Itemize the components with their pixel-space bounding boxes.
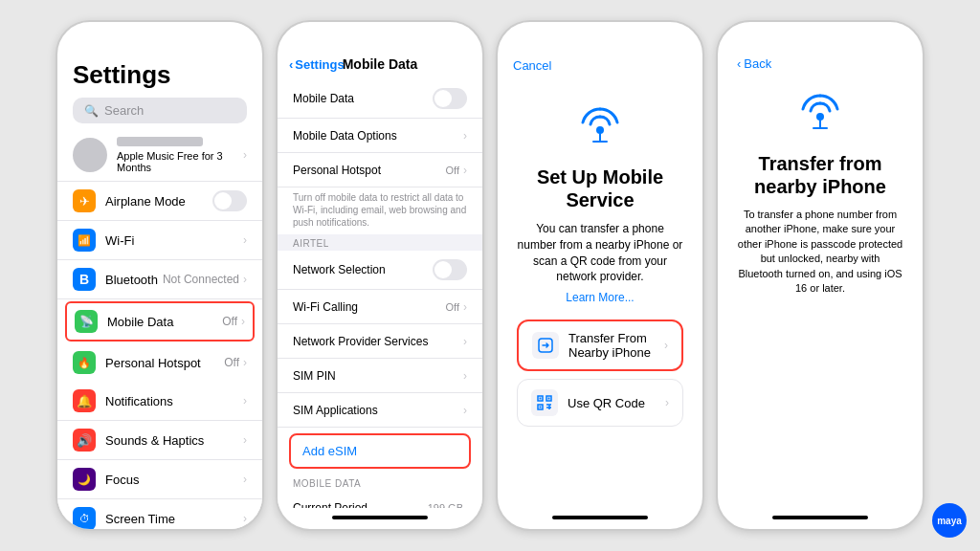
chevron-icon: › [243, 394, 247, 408]
airplane-toggle[interactable] [212, 190, 247, 211]
screentime-icon: ⏱ [73, 507, 96, 529]
account-subtitle: Apple Music Free for 3 Months [117, 150, 243, 173]
mobile-data-list: Mobile Data Mobile Data Options › Person… [278, 79, 482, 508]
hotspot-val: Off [446, 165, 459, 176]
svg-rect-8 [548, 398, 550, 400]
bluetooth-icon: B [73, 268, 96, 291]
section-airtel: AIRTEL [278, 234, 482, 251]
settings-group-1: ✈ Airplane Mode 📶 Wi-Fi › B Bluetooth No… [57, 182, 262, 382]
settings-item-bluetooth[interactable]: B Bluetooth Not Connected › [57, 260, 262, 299]
sounds-icon: 🔊 [73, 429, 96, 452]
wifi-calling-val: Off [446, 301, 459, 313]
chevron-icon: › [243, 148, 247, 162]
label-network-provider: Network Provider Services [293, 335, 463, 348]
label-mobile-options: Mobile Data Options [293, 129, 463, 143]
account-item[interactable]: Apple Music Free for 3 Months › [57, 129, 262, 182]
item-sim-applications[interactable]: SIM Applications › [278, 393, 482, 428]
mobile-data-toggle[interactable] [433, 88, 467, 109]
screen2-title: Mobile Data [343, 56, 418, 72]
mobile-data-highlight: 📡 Mobile Data Off › [65, 301, 255, 342]
settings-header: Settings 🔍 Search [57, 22, 262, 129]
item-label-bluetooth: Bluetooth [105, 273, 163, 287]
setup-mobile-screen: Cancel Set Up Mobile Service You [498, 22, 702, 529]
item-mobile-options[interactable]: Mobile Data Options › [278, 119, 482, 153]
label-personal-hotspot: Personal Hotspot [293, 164, 446, 177]
avatar [73, 138, 107, 172]
mobile-signal-icon [576, 101, 624, 152]
mobile-data-group-1: Mobile Data Mobile Data Options › Person… [278, 79, 482, 187]
learn-more-link[interactable]: Learn More... [517, 291, 683, 304]
chevron-icon: › [664, 339, 668, 352]
phone-screen-2: ‹ Settings Mobile Data Mobile Data Mobil… [276, 20, 484, 531]
item-label-airplane: Airplane Mode [105, 194, 209, 209]
transfer-content: ‹ Back Transfer from nearby iPho [718, 22, 923, 508]
transfer-signal-icon [796, 88, 844, 139]
back-button-2[interactable]: ‹ Settings [289, 57, 345, 72]
chevron-icon: › [463, 164, 467, 177]
settings-item-hotspot[interactable]: 🔥 Personal Hotspot Off › [57, 343, 262, 382]
item-label-hotspot: Personal Hotspot [105, 356, 224, 370]
svg-point-0 [596, 126, 604, 134]
settings-screen: Settings 🔍 Search Apple Music Free for 3… [57, 22, 262, 529]
transfer-nearby-button[interactable]: Transfer From Nearby iPhone › [517, 320, 683, 371]
back-chevron-icon: ‹ [289, 57, 293, 72]
settings-item-airplane[interactable]: ✈ Airplane Mode [57, 182, 262, 221]
setup-icon-area [517, 101, 683, 152]
item-wifi-calling[interactable]: Wi-Fi Calling Off › [278, 290, 482, 324]
settings-item-mobile-data[interactable]: 📡 Mobile Data Off › [67, 303, 253, 340]
network-toggle[interactable] [433, 259, 467, 280]
qr-code-button[interactable]: Use QR Code › [517, 379, 683, 427]
item-personal-hotspot[interactable]: Personal Hotspot Off › [278, 153, 482, 187]
wifi-icon: 📶 [73, 229, 96, 252]
settings-item-screentime[interactable]: ⏱ Screen Time › [57, 499, 262, 529]
cancel-button[interactable]: Cancel [513, 58, 687, 73]
airplane-icon: ✈ [73, 189, 96, 212]
back-chevron-icon-4: ‹ [737, 56, 741, 71]
phone-screen-3: Cancel Set Up Mobile Service You [496, 20, 704, 531]
settings-title: Settings [73, 60, 247, 90]
hotspot-value: Off [224, 356, 239, 369]
search-placeholder: Search [104, 103, 144, 118]
mobile-data-screen: ‹ Settings Mobile Data Mobile Data Mobil… [278, 22, 482, 529]
phone-screen-4: ‹ Back Transfer from nearby iPho [716, 20, 924, 531]
settings-item-wifi[interactable]: 📶 Wi-Fi › [57, 221, 262, 260]
search-bar[interactable]: 🔍 Search [73, 98, 247, 123]
item-network-provider[interactable]: Network Provider Services › [278, 324, 482, 359]
settings-group-2: 🔔 Notifications › 🔊 Sounds & Haptics › 🌙… [57, 382, 262, 529]
item-label-sounds: Sounds & Haptics [105, 433, 243, 448]
search-icon: 🔍 [84, 104, 99, 118]
transfer-title: Transfer from nearby iPhone [737, 152, 903, 198]
settings-item-sounds[interactable]: 🔊 Sounds & Haptics › [57, 421, 262, 460]
transfer-icon-area [737, 88, 903, 139]
item-sim-pin[interactable]: SIM PIN › [278, 359, 482, 393]
section-mobile-data: MOBILE DATA [278, 474, 482, 491]
back-label-4: Back [744, 56, 771, 71]
mobile-data-icon: 📡 [75, 310, 98, 333]
focus-icon: 🌙 [73, 468, 96, 491]
qr-code-label: Use QR Code [568, 396, 665, 410]
mobile-data-usage-group: Current Period 199 GB Current Period Roa… [278, 491, 482, 508]
back-button-4[interactable]: ‹ Back [737, 56, 771, 71]
notifications-icon: 🔔 [73, 389, 96, 412]
qr-icon [531, 389, 558, 416]
home-indicator-4 [772, 516, 868, 519]
chevron-icon: › [243, 273, 247, 286]
item-label-focus: Focus [105, 473, 243, 487]
label-sim-applications: SIM Applications [293, 404, 463, 417]
settings-item-notifications[interactable]: 🔔 Notifications › [57, 382, 262, 421]
chevron-icon: › [243, 512, 247, 525]
add-esim-box[interactable]: Add eSIM [289, 433, 471, 469]
label-sim-pin: SIM PIN [293, 369, 463, 383]
chevron-icon: › [241, 315, 245, 328]
item-label-notifications: Notifications [105, 394, 243, 408]
item-network-selection[interactable]: Network Selection [278, 251, 482, 290]
transfer-nearby-label: Transfer From Nearby iPhone [568, 331, 664, 360]
phone-screen-1: Settings 🔍 Search Apple Music Free for 3… [56, 20, 264, 531]
label-network-selection: Network Selection [293, 263, 433, 276]
transfer-icon [532, 332, 559, 359]
settings-item-focus[interactable]: 🌙 Focus › [57, 460, 262, 499]
transfer-screen-content: ‹ Back Transfer from nearby iPho [718, 22, 923, 529]
mobile-data-note: Turn off mobile data to restrict all dat… [278, 187, 482, 234]
item-mobile-data-toggle[interactable]: Mobile Data [278, 79, 482, 119]
screen3-top: Cancel [498, 22, 702, 92]
